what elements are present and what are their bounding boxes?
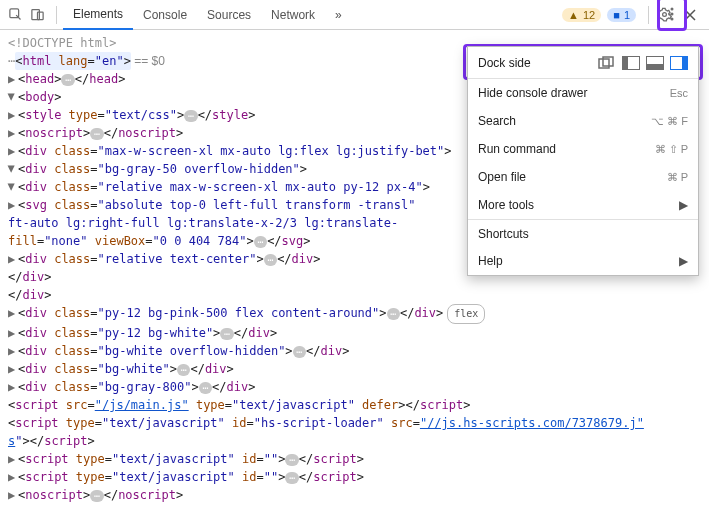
menu-item-label: Open file: [478, 170, 526, 184]
svg-rect-1: [31, 10, 39, 20]
main-menu: Dock side Hide console drawerEscSearch⌥ …: [467, 46, 699, 276]
menu-item[interactable]: Shortcuts: [468, 219, 698, 247]
svg-point-6: [671, 18, 674, 21]
dock-undock-icon[interactable]: [598, 56, 616, 70]
tab-sources[interactable]: Sources: [197, 0, 261, 29]
tab-console[interactable]: Console: [133, 0, 197, 29]
menu-item[interactable]: More tools▶: [468, 191, 698, 219]
menu-item[interactable]: Run command⌘ ⇧ P: [468, 135, 698, 163]
menu-item-label: Hide console drawer: [478, 86, 587, 100]
svg-point-5: [671, 13, 674, 16]
menu-item[interactable]: Open file⌘ P: [468, 163, 698, 191]
menu-item-shortcut: ⌘ P: [667, 171, 688, 184]
devtools-toolbar: Elements Console Sources Network » ▲ 12 …: [0, 0, 709, 30]
dock-right-icon[interactable]: [670, 56, 688, 70]
kebab-icon[interactable]: [663, 5, 681, 23]
dock-left-icon[interactable]: [622, 56, 640, 70]
dock-options: [598, 56, 688, 70]
menu-item-label: Search: [478, 114, 516, 128]
panel-tabs: Elements Console Sources Network »: [63, 0, 352, 29]
device-toggle-icon[interactable]: [28, 6, 46, 24]
submenu-arrow-icon: ▶: [679, 254, 688, 268]
tab-network[interactable]: Network: [261, 0, 325, 29]
menu-item-label: More tools: [478, 198, 534, 212]
menu-item[interactable]: Search⌥ ⌘ F: [468, 107, 698, 135]
svg-point-4: [671, 8, 674, 11]
message-icon: ■: [613, 9, 620, 21]
highlight-kebab: [657, 0, 687, 31]
warning-icon: ▲: [568, 9, 579, 21]
menu-item-label: Run command: [478, 142, 556, 156]
menu-item[interactable]: Help▶: [468, 247, 698, 275]
menu-dock-row: Dock side: [468, 47, 698, 79]
tab-elements[interactable]: Elements: [63, 1, 133, 30]
menu-item-shortcut: ⌥ ⌘ F: [651, 115, 688, 128]
warnings-badge[interactable]: ▲ 12: [562, 8, 601, 22]
menu-item-label: Help: [478, 254, 503, 268]
dock-side-label: Dock side: [478, 56, 531, 70]
dock-bottom-icon[interactable]: [646, 56, 664, 70]
menu-item[interactable]: Hide console drawerEsc: [468, 79, 698, 107]
messages-count: 1: [624, 9, 630, 21]
svg-rect-2: [37, 12, 43, 20]
messages-badge[interactable]: ■ 1: [607, 8, 636, 22]
warnings-count: 12: [583, 9, 595, 21]
tabs-overflow[interactable]: »: [325, 0, 352, 29]
menu-item-shortcut: Esc: [670, 87, 688, 99]
submenu-arrow-icon: ▶: [679, 198, 688, 212]
inspect-icon[interactable]: [6, 6, 24, 24]
menu-item-shortcut: ⌘ ⇧ P: [655, 143, 688, 156]
toolbar-separator: [56, 6, 57, 24]
menu-item-label: Shortcuts: [478, 227, 529, 241]
toolbar-separator: [648, 6, 649, 24]
